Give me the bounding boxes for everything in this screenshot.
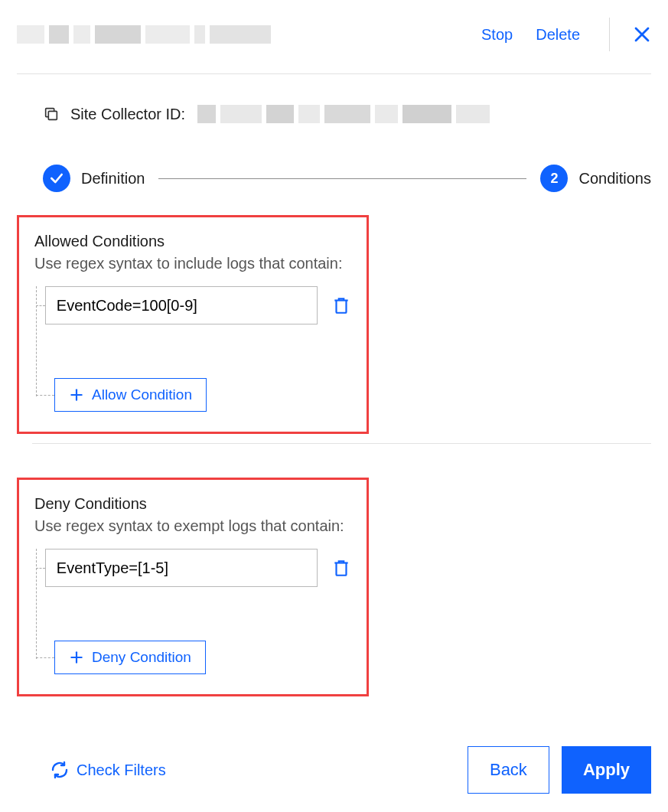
- allowed-add-row: Allow Condition: [36, 378, 351, 412]
- delete-deny-condition-button[interactable]: [331, 558, 351, 578]
- footer: Check Filters Back Apply: [17, 746, 651, 794]
- stepper: Definition 2 Conditions: [43, 165, 651, 192]
- trash-icon: [331, 295, 351, 315]
- stop-button[interactable]: Stop: [481, 26, 513, 44]
- page: Stop Delete Site Collector ID: Definiti: [0, 0, 668, 812]
- site-collector-value-placeholder: [197, 105, 490, 123]
- delete-button[interactable]: Delete: [536, 26, 580, 44]
- title-placeholder: [17, 26, 277, 43]
- header-row: Stop Delete: [17, 15, 651, 54]
- apply-button[interactable]: Apply: [562, 746, 651, 794]
- deny-conditions-box: Deny Conditions Use regex syntax to exem…: [17, 478, 369, 696]
- deny-title: Deny Conditions: [34, 495, 351, 513]
- plus-icon: [69, 650, 84, 665]
- step-conditions-label: Conditions: [578, 170, 651, 188]
- step-definition-label: Definition: [81, 170, 145, 188]
- back-button[interactable]: Back: [468, 746, 549, 794]
- check-filters-label: Check Filters: [77, 761, 166, 779]
- footer-actions: Back Apply: [468, 746, 651, 794]
- add-deny-condition-button[interactable]: Deny Condition: [54, 641, 206, 674]
- allowed-condition-row: [36, 286, 351, 324]
- site-collector-row: Site Collector ID:: [43, 105, 651, 123]
- refresh-icon: [51, 761, 69, 779]
- copy-icon[interactable]: [43, 106, 60, 122]
- deny-subtitle: Use regex syntax to exempt logs that con…: [34, 517, 351, 535]
- divider: [609, 18, 610, 51]
- allowed-tree: Allow Condition: [36, 286, 351, 412]
- step-number: 2: [550, 171, 558, 187]
- site-collector-label: Site Collector ID:: [70, 106, 185, 123]
- check-filters-button[interactable]: Check Filters: [51, 761, 166, 779]
- add-allowed-label: Allow Condition: [92, 386, 192, 403]
- add-deny-label: Deny Condition: [92, 649, 191, 666]
- deny-condition-row: [36, 549, 351, 587]
- deny-add-row: Deny Condition: [36, 641, 351, 674]
- check-icon: [49, 171, 64, 186]
- deny-condition-input[interactable]: [45, 549, 318, 587]
- allowed-condition-input[interactable]: [45, 286, 318, 324]
- close-icon: [633, 25, 651, 44]
- section-divider: [32, 443, 651, 444]
- svg-rect-2: [48, 111, 57, 119]
- deny-tree: Deny Condition: [36, 549, 351, 674]
- header-actions: Stop Delete: [481, 18, 651, 51]
- add-allowed-condition-button[interactable]: Allow Condition: [54, 378, 207, 412]
- step-definition-dot[interactable]: [43, 165, 70, 192]
- header-divider: [17, 73, 651, 74]
- plus-icon: [69, 387, 84, 403]
- allowed-title: Allowed Conditions: [34, 233, 351, 250]
- trash-icon: [331, 558, 351, 578]
- step-line: [158, 178, 526, 179]
- allowed-conditions-box: Allowed Conditions Use regex syntax to i…: [17, 215, 369, 434]
- delete-allowed-condition-button[interactable]: [331, 295, 351, 315]
- close-button[interactable]: [633, 25, 651, 44]
- step-conditions-dot[interactable]: 2: [540, 165, 568, 192]
- allowed-subtitle: Use regex syntax to include logs that co…: [34, 255, 351, 272]
